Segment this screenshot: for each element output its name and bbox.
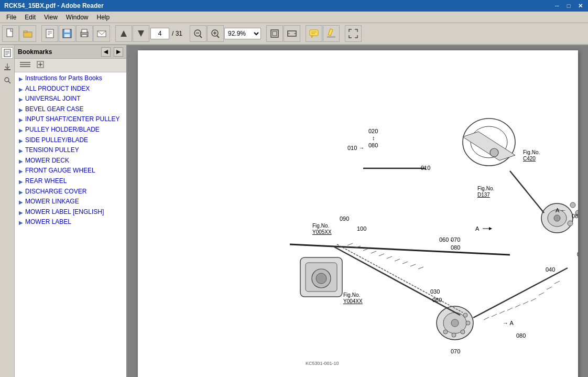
bookmark-icon: ▶ [19, 199, 23, 206]
svg-text:080: 080 [432, 297, 442, 303]
bookmark-icon: ▶ [19, 96, 23, 103]
bookmark-label: DISCHARGE COVER [25, 188, 124, 196]
maximize-button[interactable]: □ [565, 2, 572, 9]
sidebar-container: Bookmarks ◀ ▶ ▶Instructions for Parts Bo… [0, 45, 127, 377]
bookmarks-panel: Bookmarks ◀ ▶ ▶Instructions for Parts Bo… [15, 45, 126, 377]
bookmark-item-3[interactable]: ▶UNIVERSAL JOINT [15, 94, 126, 104]
svg-rect-11 [82, 29, 87, 33]
svg-text:010 →: 010 → [347, 145, 364, 151]
bookmark-item-2[interactable]: ▶ALL PRODUCT INDEX [15, 84, 126, 94]
svg-text:Fig.No.: Fig.No. [312, 223, 329, 229]
bookmark-label: MOWER LABEL [25, 218, 124, 227]
pdf-page: Fig.No. C420 Fig.No. D137 Fig.No. Y005XX… [138, 50, 578, 377]
svg-text:070: 070 [451, 236, 460, 243]
fullscreen-button[interactable] [345, 25, 362, 42]
zoom-select[interactable]: 92.9% 50% 75% 100% 125% 150% [224, 28, 261, 39]
close-button[interactable]: ✕ [576, 2, 584, 9]
svg-point-55 [554, 215, 560, 221]
svg-line-40 [8, 81, 10, 83]
svg-marker-15 [138, 30, 144, 37]
save-button[interactable] [59, 25, 75, 42]
bookmark-item-5[interactable]: ▶INPUT SHAFT/CENTER PULLEY [15, 114, 126, 125]
sidebar-tool-strip [0, 45, 15, 377]
bookmark-icon: ▶ [19, 106, 23, 113]
svg-rect-47 [138, 50, 578, 377]
bookmarks-prev-btn[interactable]: ◀ [101, 47, 111, 57]
menu-edit[interactable]: Edit [20, 13, 40, 22]
svg-text:A ←: A ← [556, 207, 567, 213]
svg-text:030: 030 [430, 288, 440, 295]
svg-text:KC5301-001-10: KC5301-001-10 [306, 361, 339, 366]
fit-page-button[interactable] [266, 25, 283, 42]
svg-point-67 [466, 321, 470, 325]
navigation-buttons [115, 25, 149, 42]
svg-rect-12 [82, 35, 87, 37]
svg-text:Fig.No.: Fig.No. [343, 292, 360, 298]
highlight-button[interactable] [323, 25, 340, 42]
svg-text:080: 080 [572, 213, 578, 219]
page-number-group: / 31 [150, 28, 184, 39]
zoom-in-button[interactable] [207, 25, 224, 42]
content-area[interactable]: Fig.No. C420 Fig.No. D137 Fig.No. Y005XX… [127, 45, 588, 377]
search-tool[interactable] [2, 74, 13, 86]
svg-text:050: 050 [577, 251, 578, 257]
svg-line-22 [217, 36, 219, 38]
bookmark-item-15[interactable]: ▶MOWER LABEL [15, 217, 126, 228]
bookmark-label: BEVEL GEAR CASE [25, 105, 124, 114]
bookmark-item-11[interactable]: ▶REAR WHEEL [15, 176, 126, 187]
new-button[interactable] [2, 25, 19, 42]
menu-help[interactable]: Help [93, 13, 114, 22]
bookmark-icon: ▶ [19, 189, 23, 196]
svg-text:→ A: → A [503, 320, 514, 326]
menu-window[interactable]: Window [62, 13, 93, 22]
svg-text:010: 010 [421, 165, 430, 171]
bookmark-item-7[interactable]: ▶SIDE PULLEY/BLADE [15, 135, 126, 146]
menu-file[interactable]: File [2, 13, 20, 22]
bookmark-icon: ▶ [19, 127, 23, 134]
bookmark-item-12[interactable]: ▶DISCHARGE COVER [15, 187, 126, 197]
page-input[interactable] [150, 28, 169, 39]
bookmark-item-13[interactable]: ▶MOWER LINKAGE [15, 197, 126, 207]
svg-text:020: 020 [368, 128, 378, 134]
view-buttons [266, 25, 300, 42]
svg-rect-9 [64, 34, 70, 37]
properties-button[interactable] [41, 25, 58, 42]
svg-text:040: 040 [546, 266, 555, 273]
bookmarks-tool[interactable] [2, 47, 13, 59]
svg-rect-28 [310, 30, 318, 36]
fit-width-button[interactable] [284, 25, 300, 42]
bookmark-icon: ▶ [19, 168, 23, 175]
menu-view[interactable]: View [40, 13, 62, 22]
print-button[interactable] [76, 25, 93, 42]
bookmarks-next-btn[interactable]: ▶ [114, 47, 123, 57]
bookmark-item-6[interactable]: ▶PULLEY HOLDER/BLADE [15, 125, 126, 135]
bookmark-item-14[interactable]: ▶MOWER LABEL [ENGLISH] [15, 207, 126, 218]
bookmarks-expand-btn[interactable] [35, 60, 46, 71]
bookmark-label: SIDE PULLEY/BLADE [25, 136, 124, 145]
svg-text:100: 100 [357, 225, 366, 232]
open-button[interactable] [19, 25, 36, 42]
attachments-tool[interactable] [2, 61, 13, 72]
svg-point-68 [461, 330, 465, 334]
bookmark-item-1[interactable]: ▶Instructions for Parts Books [15, 73, 126, 84]
window-controls: ─ □ ✕ [553, 2, 584, 9]
prev-page-button[interactable] [115, 25, 132, 42]
bookmarks-options-btn[interactable] [18, 60, 32, 71]
file-buttons [2, 25, 36, 42]
bookmark-item-9[interactable]: ▶MOWER DECK [15, 156, 126, 166]
svg-text:080: 080 [516, 332, 526, 339]
minimize-button[interactable]: ─ [553, 2, 561, 9]
comment-button[interactable] [306, 25, 322, 42]
next-page-button[interactable] [133, 25, 149, 42]
zoom-out-button[interactable] [190, 25, 206, 42]
bookmark-item-8[interactable]: ▶TENSION PULLEY [15, 145, 126, 156]
app-title: RCK54_15BX.pdf - Adobe Reader [4, 2, 104, 9]
annotation-buttons [306, 25, 340, 42]
email-button[interactable] [93, 25, 110, 42]
bookmark-item-10[interactable]: ▶FRONT GAUGE WHEEL [15, 166, 126, 176]
bookmark-label: Instructions for Parts Books [25, 74, 124, 83]
bookmark-icon: ▶ [19, 178, 23, 185]
bookmark-label: UNIVERSAL JOINT [25, 95, 124, 103]
svg-point-52 [490, 148, 498, 157]
bookmark-item-4[interactable]: ▶BEVEL GEAR CASE [15, 104, 126, 115]
